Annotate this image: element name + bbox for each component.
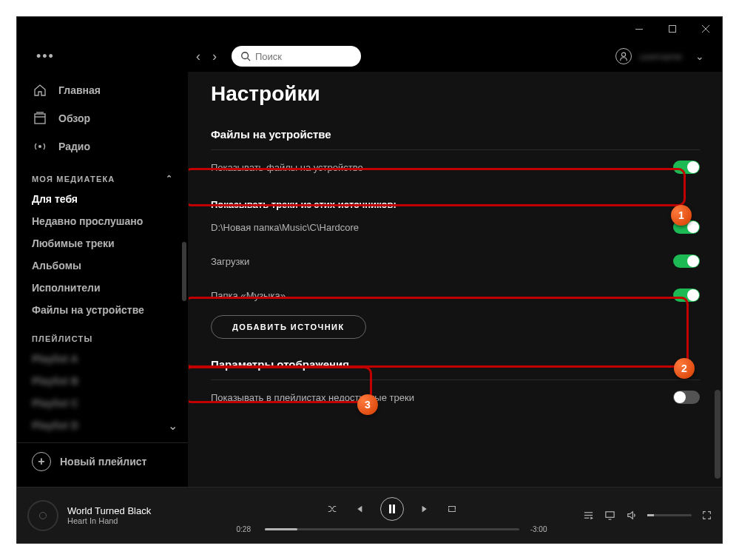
library-liked[interactable]: Любимые треки xyxy=(17,232,188,254)
titlebar xyxy=(17,17,722,41)
svg-rect-11 xyxy=(389,505,391,513)
sidebar-label: Главная xyxy=(58,84,101,96)
playlist-item[interactable]: Playlist A xyxy=(17,348,188,370)
svg-rect-7 xyxy=(35,114,45,124)
maximize-button[interactable] xyxy=(655,17,689,41)
source-row: D:\Новая папка\Music\C\Hardcore xyxy=(211,210,700,244)
source-path: Папка «Музыка» xyxy=(211,290,286,301)
svg-line-5 xyxy=(248,58,251,61)
album-art[interactable] xyxy=(27,500,58,531)
new-playlist-button[interactable]: + Новый плейлист xyxy=(17,442,188,480)
sidebar-label: Радио xyxy=(58,141,90,152)
svg-rect-16 xyxy=(606,512,614,518)
chevron-down-icon[interactable]: ⌄ xyxy=(168,419,178,433)
fullscreen-icon[interactable] xyxy=(702,510,712,520)
main-scrollbar[interactable] xyxy=(715,390,721,479)
shuffle-button[interactable] xyxy=(327,504,337,514)
playlist-item[interactable]: Playlist B xyxy=(17,370,188,392)
row-show-unavailable: Показывать в плейлистах недоступные трек… xyxy=(211,380,700,414)
plus-icon: + xyxy=(32,452,51,471)
track-title[interactable]: World Turned Black xyxy=(67,505,151,516)
playlist-item[interactable]: Playlist C xyxy=(17,392,188,414)
user-chevron-icon[interactable]: ⌄ xyxy=(695,50,704,62)
row-label: Показывать в плейлистах недоступные трек… xyxy=(211,392,414,403)
time-remaining: -3:00 xyxy=(527,525,547,533)
svg-point-10 xyxy=(38,145,41,148)
progress-bar[interactable] xyxy=(265,528,519,530)
queue-icon[interactable] xyxy=(583,510,594,521)
user-name[interactable]: username xyxy=(639,51,682,62)
minimize-button[interactable] xyxy=(622,17,655,41)
sidebar-item-browse[interactable]: Обзор xyxy=(17,104,188,132)
user-icon[interactable] xyxy=(615,48,632,64)
prev-button[interactable] xyxy=(354,504,364,514)
annotation-badge-1: 1 xyxy=(671,205,692,226)
sidebar: Главная Обзор Радио МОЯ МЕДИАТЕКА ⌃ Для … xyxy=(17,72,189,487)
toggle-source-2[interactable] xyxy=(673,289,700,302)
toggle-show-unavailable[interactable] xyxy=(673,391,700,404)
sidebar-scrollbar[interactable] xyxy=(182,242,186,301)
volume-icon[interactable] xyxy=(626,510,637,521)
annotation-badge-3: 3 xyxy=(357,394,378,415)
close-button[interactable] xyxy=(689,17,722,41)
sidebar-item-home[interactable]: Главная xyxy=(17,76,188,104)
main-content: Настройки Файлы на устройстве Показывать… xyxy=(189,72,722,487)
library-artists[interactable]: Исполнители xyxy=(17,277,188,299)
toggle-source-1[interactable] xyxy=(673,254,700,268)
source-row: Загрузки xyxy=(211,244,700,278)
app-window: ••• ‹ › username ⌄ Главная xyxy=(16,16,723,544)
sources-heading: Показывать треки из этих источников: xyxy=(211,184,700,210)
library-for-you[interactable]: Для тебя xyxy=(17,188,188,210)
browse-icon xyxy=(32,110,48,126)
playlist-item[interactable]: Playlist D xyxy=(17,414,93,436)
source-path: Загрузки xyxy=(211,256,249,267)
repeat-button[interactable] xyxy=(447,504,457,514)
section-display: Параметры отображения xyxy=(211,358,700,371)
topbar: ••• ‹ › username ⌄ xyxy=(17,41,722,72)
devices-icon[interactable] xyxy=(604,510,615,521)
add-source-button[interactable]: ДОБАВИТЬ ИСТОЧНИК xyxy=(211,315,366,339)
row-show-local-files: Показывать файлы на устройстве xyxy=(211,150,700,184)
time-elapsed: 0:28 xyxy=(237,525,257,533)
svg-rect-12 xyxy=(393,505,395,513)
next-button[interactable] xyxy=(420,504,431,514)
annotation-badge-2: 2 xyxy=(674,358,695,379)
source-row: Папка «Музыка» xyxy=(211,278,700,312)
chevron-up-icon[interactable]: ⌃ xyxy=(166,174,173,183)
track-artist[interactable]: Heart In Hand xyxy=(67,516,151,525)
toggle-show-local-files[interactable] xyxy=(673,161,700,174)
search-icon xyxy=(240,51,251,61)
svg-point-4 xyxy=(242,53,249,59)
play-pause-button[interactable] xyxy=(380,497,404,521)
svg-rect-1 xyxy=(669,26,675,33)
menu-dots-icon[interactable]: ••• xyxy=(29,49,55,64)
library-header: МОЯ МЕДИАТЕКА ⌃ xyxy=(17,161,188,188)
page-title: Настройки xyxy=(211,82,700,106)
nav-forward-button[interactable]: › xyxy=(212,49,217,64)
search-input[interactable] xyxy=(255,51,352,62)
home-icon xyxy=(32,82,48,98)
sidebar-label: Обзор xyxy=(58,112,90,124)
library-albums[interactable]: Альбомы xyxy=(17,254,188,277)
row-label: Показывать файлы на устройстве xyxy=(211,162,363,173)
library-local-files[interactable]: Файлы на устройстве xyxy=(17,299,188,321)
nav-back-button[interactable]: ‹ xyxy=(196,49,200,64)
svg-point-6 xyxy=(622,53,626,56)
library-recent[interactable]: Недавно прослушано xyxy=(17,210,188,232)
section-local-files: Файлы на устройстве xyxy=(211,128,700,141)
radio-icon xyxy=(32,138,48,155)
playlists-header: ПЛЕЙЛИСТЫ xyxy=(17,321,188,348)
search-box[interactable] xyxy=(232,46,361,67)
player-bar: World Turned Black Heart In Hand 0:28 -3… xyxy=(17,487,722,543)
volume-slider[interactable] xyxy=(647,514,692,516)
sidebar-item-radio[interactable]: Радио xyxy=(17,132,188,161)
source-path: D:\Новая папка\Music\C\Hardcore xyxy=(211,222,359,233)
svg-rect-0 xyxy=(635,29,643,30)
